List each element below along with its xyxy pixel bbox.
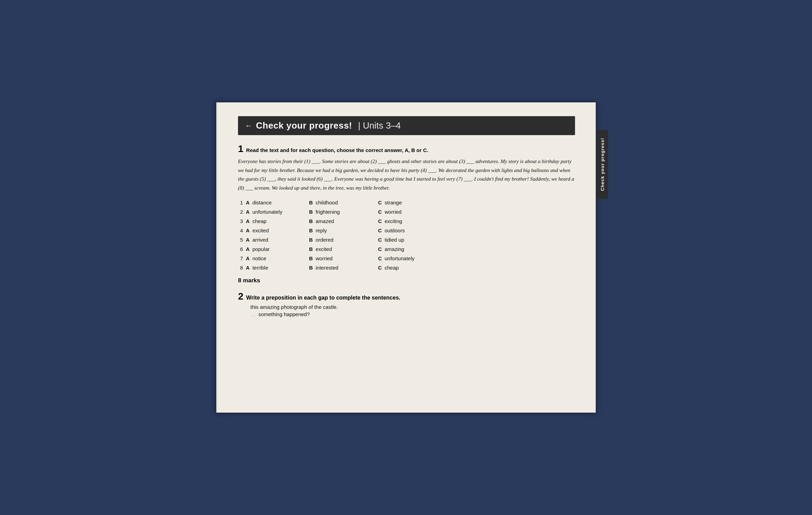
answers-grid: 1 A distance B childhood C strange 2 A u… (238, 199, 575, 272)
answer-5-b: B ordered (307, 236, 376, 244)
answer-8-b: B interested (307, 264, 376, 272)
section2-header: 2 Write a preposition in each gap to com… (238, 291, 575, 302)
answer-5-a: 5 A arrived (238, 236, 307, 244)
answer-4-c: C outdoors (376, 226, 452, 234)
passage-text: Everyone has stories from their (1) ___.… (238, 157, 575, 192)
answer-8-a: 8 A terrible (238, 264, 307, 272)
answer-3-b: B amazed (307, 217, 376, 225)
answer-4-b: B reply (307, 226, 376, 234)
answer-7-b: B worried (307, 254, 376, 262)
book-page: Check your progress! ← Check your progre… (216, 102, 596, 413)
header-title: Check your progress! (256, 120, 352, 131)
answer-1-b: B childhood (307, 199, 376, 206)
answer-2-c: C worried (376, 208, 452, 216)
answer-6-b: B excited (307, 245, 376, 253)
side-tab: Check your progress! (596, 130, 608, 199)
section1-header: 1 Read the text and for each question, c… (238, 143, 575, 154)
section2-number: 2 (238, 291, 244, 302)
header-units: | Units 3–4 (356, 120, 401, 131)
answer-6-a: 6 A popular (238, 245, 307, 253)
answer-5-c: C tidied up (376, 236, 452, 244)
section1-number: 1 (238, 143, 244, 154)
answer-6-c: C amazing (376, 245, 452, 253)
answer-2-b: B frightening (307, 208, 376, 216)
answer-4-a: 4 A excited (238, 226, 307, 234)
header-bar: ← Check your progress! | Units 3–4 (238, 116, 575, 135)
section2-instruction: Write a preposition in each gap to compl… (246, 295, 400, 301)
answer-3-a: 3 A cheap (238, 217, 307, 225)
answer-1-c: C strange (376, 199, 452, 206)
section2-line1: this amazing photograph of the castle. (250, 304, 575, 310)
section2-line2: … something happened? (250, 311, 575, 317)
answer-3-c: C exciting (376, 217, 452, 225)
marks-label: 8 marks (238, 277, 575, 284)
back-arrow-icon: ← (245, 121, 252, 130)
answer-7-c: C unfortunately (376, 254, 452, 262)
section1-instruction: Read the text and for each question, cho… (246, 147, 428, 153)
answer-2-a: 2 A unfortunately (238, 208, 307, 216)
answer-8-c: C cheap (376, 264, 452, 272)
answer-7-a: 7 A notice (238, 254, 307, 262)
answer-1-a: 1 A distance (238, 199, 307, 206)
